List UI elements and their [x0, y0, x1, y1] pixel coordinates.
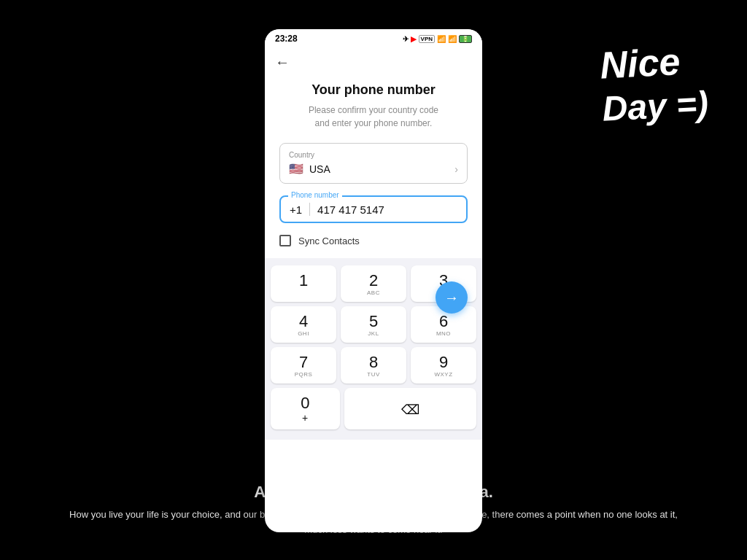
phone-input-row: +1 417 417 5147 [290, 203, 457, 216]
country-name: USA [309, 163, 330, 175]
phone-field-label: Phone number [288, 191, 342, 199]
youtube-icon: ▶ [411, 35, 417, 43]
status-bar: 23:28 ✈ ▶ VPN 📶 📶 🔋 [265, 29, 482, 47]
key-0-plus: + [302, 412, 309, 424]
key-8-letters: TUV [367, 371, 380, 378]
key-8[interactable]: 8 TUV [341, 347, 406, 384]
key-9-letters: WXYZ [434, 371, 452, 378]
key-0-number: 0 [301, 395, 309, 411]
key-7-number: 7 [299, 354, 308, 370]
key-4-letters: GHI [298, 330, 309, 337]
keypad-row-3: 7 PQRS 8 TUV 9 WXYZ [271, 347, 476, 384]
key-1-number: 1 [299, 273, 308, 289]
nice-day-line1: Nice [599, 37, 707, 88]
phone-frame: 23:28 ✈ ▶ VPN 📶 📶 🔋 ← Your phone number … [265, 29, 482, 532]
key-2-letters: ABC [367, 289, 380, 296]
wifi-icon: 📶 [437, 35, 446, 43]
delete-icon: ⌫ [401, 402, 419, 418]
country-flag: 🇺🇸 [289, 162, 303, 176]
key-5-letters: JKL [368, 330, 379, 337]
country-selector[interactable]: Country 🇺🇸 USA › [279, 143, 468, 184]
status-time: 23:28 [275, 34, 298, 44]
divider [309, 203, 310, 216]
next-button[interactable]: → [436, 281, 468, 314]
main-content: Your phone number Please confirm your co… [265, 75, 482, 246]
key-delete[interactable]: ⌫ [344, 388, 476, 429]
key-1[interactable]: 1 [271, 265, 336, 302]
key-5[interactable]: 5 JKL [341, 306, 406, 343]
back-button[interactable]: ← [265, 47, 482, 75]
phone-number-field[interactable]: Phone number +1 417 417 5147 [279, 195, 468, 223]
key-6-number: 6 [439, 314, 448, 330]
keypad-row-4: 0 + ⌫ [271, 388, 476, 429]
key-1-letters [303, 289, 305, 296]
nice-day-line2: Day =) [601, 83, 709, 131]
country-label: Country [289, 151, 458, 159]
nice-day-text: Nice Day =) [599, 37, 709, 130]
country-flag-name: 🇺🇸 USA [289, 162, 330, 176]
key-7-letters: PQRS [295, 371, 313, 378]
next-arrow-icon: → [444, 289, 459, 306]
sync-contacts-label: Sync Contacts [298, 236, 360, 246]
key-2[interactable]: 2 ABC [341, 265, 406, 302]
country-value: 🇺🇸 USA › [289, 162, 458, 176]
key-9-number: 9 [439, 354, 448, 370]
key-9[interactable]: 9 WXYZ [411, 347, 476, 384]
page-subtitle: Please confirm your country codeand ente… [279, 104, 468, 130]
vpn-label: VPN [419, 35, 435, 43]
signal-icon: 📶 [448, 35, 457, 43]
telegram-icon: ✈ [403, 35, 409, 43]
key-4-number: 4 [299, 314, 308, 330]
key-0[interactable]: 0 + [271, 388, 340, 429]
key-7[interactable]: 7 PQRS [271, 347, 336, 384]
key-4[interactable]: 4 GHI [271, 306, 336, 343]
battery-icon: 🔋 [459, 35, 472, 43]
sync-contacts-checkbox[interactable] [279, 235, 291, 246]
key-8-number: 8 [369, 354, 378, 370]
phone-number-value: 417 417 5147 [317, 203, 457, 216]
country-code: +1 [290, 203, 302, 216]
chevron-right-icon: › [454, 163, 458, 175]
key-2-number: 2 [369, 273, 378, 289]
page-title: Your phone number [279, 82, 468, 98]
status-icons: ✈ ▶ VPN 📶 📶 🔋 [403, 35, 472, 43]
back-icon: ← [275, 54, 290, 70]
sync-contacts-row[interactable]: Sync Contacts [279, 235, 468, 246]
key-6-letters: MNO [436, 330, 451, 337]
key-5-number: 5 [369, 314, 378, 330]
